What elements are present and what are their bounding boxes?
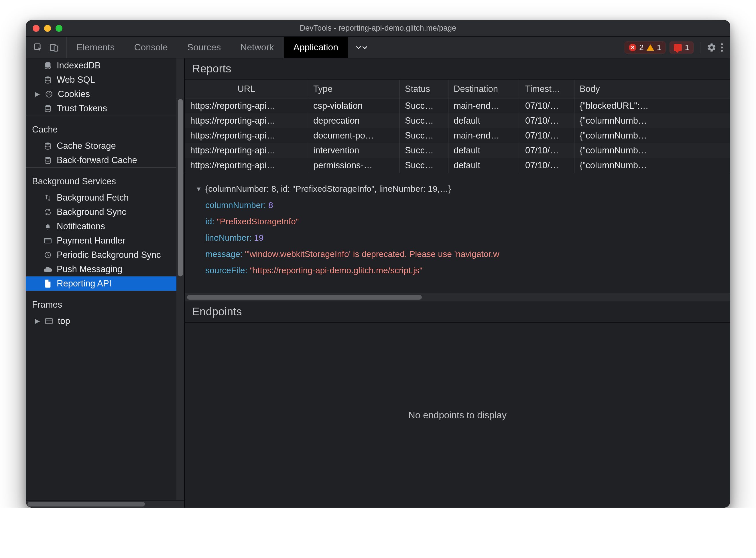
inspect-element-icon[interactable] <box>33 43 43 52</box>
reporting-api-panel: Reports URL Type Status Destination Time… <box>185 58 730 508</box>
table-cell: Succ… <box>400 158 448 173</box>
json-value: 8 <box>268 200 273 210</box>
table-row[interactable]: https://reporting-api…permissions-…Succ…… <box>185 158 730 173</box>
sidebar-item-cache-storage[interactable]: Cache Storage <box>26 139 185 153</box>
devtools-window: DevTools - reporting-api-demo.glitch.me/… <box>26 20 730 508</box>
database-icon <box>44 104 52 113</box>
devtools-tabs: Elements Console Sources Network Applica… <box>67 36 618 58</box>
col-timestamp[interactable]: Timest… <box>520 80 575 98</box>
scrollbar-thumb[interactable] <box>27 502 145 507</box>
table-cell: 07/10/… <box>520 113 575 128</box>
table-cell: permissions-… <box>308 158 400 173</box>
issues-pill[interactable]: 1 <box>669 42 693 53</box>
sidebar-item-bg-fetch[interactable]: Background Fetch <box>26 191 185 205</box>
table-cell: Succ… <box>400 113 448 128</box>
sidebar-item-label: Payment Handler <box>57 235 125 246</box>
clock-icon <box>44 251 52 259</box>
svg-rect-19 <box>46 319 52 324</box>
table-cell: {"columnNumb… <box>575 113 730 128</box>
detail-horizontal-scrollbar[interactable] <box>185 293 730 301</box>
sidebar-item-bf-cache[interactable]: Back-forward Cache <box>26 153 185 168</box>
sidebar-horizontal-scrollbar[interactable] <box>26 500 185 508</box>
svg-rect-16 <box>44 238 51 243</box>
json-key: columnNumber: <box>205 200 266 210</box>
disclosure-triangle-icon[interactable]: ▼ <box>196 183 203 195</box>
table-header-row: URL Type Status Destination Timest… Body <box>185 80 730 98</box>
table-cell: default <box>448 143 520 158</box>
scrollbar-thumb[interactable] <box>178 99 183 276</box>
table-cell: {"blockedURL":… <box>575 98 730 113</box>
warning-count: 1 <box>657 43 661 52</box>
tab-application[interactable]: Application <box>284 36 348 58</box>
more-menu-icon[interactable] <box>721 43 723 52</box>
application-sidebar: IndexedDB Web SQL ▶ Cookies <box>26 58 185 508</box>
col-body[interactable]: Body <box>575 80 730 98</box>
col-destination[interactable]: Destination <box>448 80 520 98</box>
col-type[interactable]: Type <box>308 80 400 98</box>
window-minimize-button[interactable] <box>44 25 51 32</box>
settings-gear-icon[interactable] <box>707 43 716 52</box>
table-cell: https://reporting-api… <box>185 98 308 113</box>
json-value: "https://reporting-api-demo.glitch.me/sc… <box>250 265 422 275</box>
window-close-button[interactable] <box>33 25 40 32</box>
issues-icon <box>674 44 682 51</box>
sidebar-item-periodic-bg-sync[interactable]: Periodic Background Sync <box>26 248 185 262</box>
svg-point-3 <box>721 43 723 45</box>
tab-elements[interactable]: Elements <box>67 36 124 58</box>
sidebar-item-bg-sync[interactable]: Background Sync <box>26 205 185 219</box>
error-warning-pill[interactable]: ✕ 2 1 <box>625 42 665 53</box>
sidebar-item-label: Trust Tokens <box>57 103 107 113</box>
svg-point-9 <box>48 93 49 94</box>
sidebar-item-label: top <box>58 316 70 326</box>
sidebar-vertical-scrollbar[interactable] <box>176 58 185 500</box>
issues-count: 1 <box>685 43 689 52</box>
table-cell: main-end… <box>448 98 520 113</box>
tabs-overflow[interactable] <box>348 36 375 58</box>
svg-point-4 <box>721 46 723 48</box>
svg-point-12 <box>48 95 48 96</box>
device-toolbar-icon[interactable] <box>49 43 59 52</box>
sidebar-item-label: Periodic Background Sync <box>57 250 161 260</box>
svg-point-7 <box>45 76 51 78</box>
table-row[interactable]: https://reporting-api…interventionSucc…d… <box>185 143 730 158</box>
tab-sources[interactable]: Sources <box>177 36 230 58</box>
table-cell: https://reporting-api… <box>185 128 308 143</box>
sidebar-item-websql[interactable]: Web SQL <box>26 73 185 87</box>
table-row[interactable]: https://reporting-api…document-po…Succ…m… <box>185 128 730 143</box>
database-icon <box>44 156 52 164</box>
sidebar-item-label: Web SQL <box>57 75 95 85</box>
col-url[interactable]: URL <box>185 80 308 98</box>
database-icon <box>44 61 52 70</box>
tab-console[interactable]: Console <box>124 36 177 58</box>
sidebar-item-indexeddb[interactable]: IndexedDB <box>26 58 185 73</box>
svg-point-11 <box>50 94 51 95</box>
endpoints-empty-state: No endpoints to display <box>185 323 730 508</box>
col-status[interactable]: Status <box>400 80 448 98</box>
json-key: sourceFile: <box>205 265 247 275</box>
svg-point-15 <box>45 157 51 159</box>
sidebar-item-cookies[interactable]: ▶ Cookies <box>26 87 185 101</box>
svg-point-13 <box>45 105 51 107</box>
devtools-body: IndexedDB Web SQL ▶ Cookies <box>26 58 730 508</box>
sidebar-item-reporting-api[interactable]: Reporting API <box>26 276 185 291</box>
sidebar-item-label: Cache Storage <box>57 141 116 151</box>
svg-point-5 <box>721 50 723 51</box>
table-cell: document-po… <box>308 128 400 143</box>
devtools-tabbar: Elements Console Sources Network Applica… <box>26 36 730 58</box>
sidebar-item-trust-tokens[interactable]: Trust Tokens <box>26 101 185 116</box>
table-cell: 07/10/… <box>520 128 575 143</box>
sidebar-item-notifications[interactable]: Notifications <box>26 219 185 233</box>
table-cell: https://reporting-api… <box>185 143 308 158</box>
sidebar-item-payment-handler[interactable]: Payment Handler <box>26 233 185 248</box>
table-row[interactable]: https://reporting-api…csp-violationSucc…… <box>185 98 730 113</box>
sidebar-item-frame-top[interactable]: ▶ top <box>26 314 185 328</box>
reports-section-title: Reports <box>185 58 730 80</box>
window-titlebar: DevTools - reporting-api-demo.glitch.me/… <box>26 20 730 36</box>
window-zoom-button[interactable] <box>55 25 63 32</box>
scrollbar-thumb[interactable] <box>187 295 422 300</box>
table-row[interactable]: https://reporting-api…deprecationSucc…de… <box>185 113 730 128</box>
sidebar-item-push-messaging[interactable]: Push Messaging <box>26 262 185 276</box>
tab-network[interactable]: Network <box>230 36 284 58</box>
sidebar-section-frames: Frames <box>26 291 185 314</box>
warning-icon <box>647 44 654 51</box>
